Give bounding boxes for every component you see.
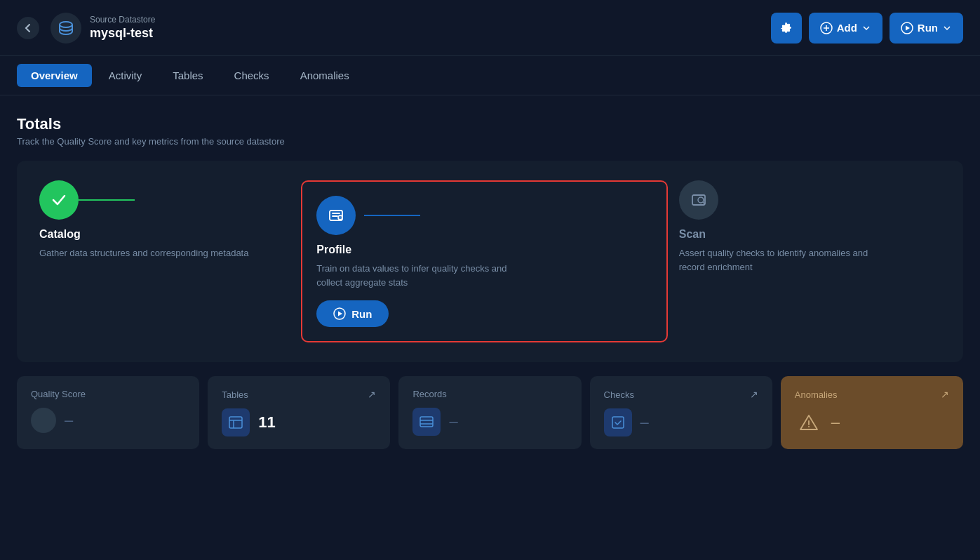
datastore-type: Source Datastore	[90, 15, 771, 25]
svg-rect-10	[229, 417, 242, 428]
quality-score-label: Quality Score	[31, 389, 185, 399]
checks-arrow-icon: ↗	[750, 389, 758, 400]
svg-rect-11	[420, 417, 433, 427]
checks-icon-box	[604, 408, 632, 436]
nav-tabs: Overview Activity Tables Checks Anomalie…	[0, 56, 980, 95]
metric-quality-score: Quality Score –	[17, 376, 199, 449]
svg-point-13	[808, 426, 810, 427]
records-value-row: –	[412, 408, 567, 436]
metric-checks: Checks ↗ –	[590, 376, 772, 449]
profile-run-button[interactable]: Run	[316, 300, 389, 327]
run-button-header[interactable]: Run	[890, 13, 963, 44]
scan-name: Scan	[679, 228, 941, 241]
catalog-step: Catalog Gather data structures and corre…	[39, 180, 301, 260]
anomalies-arrow-icon: ↗	[941, 389, 949, 400]
scan-step: Scan Assert quality checks to identify a…	[679, 180, 941, 274]
records-label: Records	[412, 389, 567, 399]
catalog-desc: Gather data structures and corresponding…	[39, 246, 250, 260]
profile-step-highlighted: Profile Train on data values to infer qu…	[301, 180, 668, 342]
tab-checks[interactable]: Checks	[220, 64, 283, 87]
catalog-content: Catalog Gather data structures and corre…	[39, 180, 301, 260]
checks-label: Checks ↗	[604, 389, 758, 400]
profile-name: Profile	[316, 244, 652, 256]
run-label: Run	[918, 22, 938, 34]
profile-step-container: Profile Train on data values to infer qu…	[301, 180, 668, 342]
header: Source Datastore mysql-test Add Ru	[0, 0, 980, 56]
tab-anomalies[interactable]: Anomalies	[286, 64, 363, 87]
records-icon-box	[412, 408, 441, 436]
anomalies-value: –	[831, 413, 840, 432]
datastore-info: Source Datastore mysql-test	[90, 15, 771, 41]
metric-anomalies: Anomalies ↗ –	[781, 376, 963, 449]
connector-catalog-profile	[79, 199, 135, 201]
svg-rect-12	[612, 417, 624, 428]
connector-profile-scan	[364, 215, 420, 216]
main-content: Totals Track the Quality Score and key m…	[0, 95, 980, 560]
checks-value: –	[640, 413, 649, 432]
scan-icon	[679, 180, 718, 220]
metric-records: Records –	[398, 376, 581, 449]
tab-tables[interactable]: Tables	[159, 64, 217, 87]
anomalies-label: Anomalies ↗	[795, 389, 949, 400]
svg-marker-3	[906, 25, 910, 30]
checks-value-row: –	[604, 408, 758, 436]
add-label: Add	[837, 22, 857, 34]
tables-arrow-icon: ↗	[368, 389, 376, 400]
metric-tables: Tables ↗ 11	[208, 376, 390, 449]
quality-score-value: –	[65, 411, 73, 429]
profile-desc: Train on data values to infer quality ch…	[316, 262, 527, 289]
datastore-icon	[51, 13, 81, 44]
pipeline-card: Catalog Gather data structures and corre…	[17, 161, 963, 362]
anomalies-icon-box	[795, 408, 823, 436]
profile-icon	[316, 196, 356, 235]
tab-overview[interactable]: Overview	[17, 64, 92, 87]
catalog-icon	[39, 180, 79, 220]
tables-icon-box	[222, 408, 250, 436]
catalog-name: Catalog	[39, 228, 301, 241]
add-button[interactable]: Add	[809, 13, 882, 44]
scan-desc: Assert quality checks to identify anomal…	[679, 246, 890, 274]
records-value: –	[449, 413, 457, 431]
tables-label: Tables ↗	[222, 389, 376, 400]
quality-score-circle	[31, 408, 56, 433]
back-button[interactable]	[17, 17, 39, 39]
header-actions: Add Run	[771, 13, 963, 44]
svg-point-5	[338, 215, 342, 220]
datastore-name: mysql-test	[90, 26, 771, 41]
svg-point-0	[60, 22, 72, 27]
anomalies-value-row: –	[795, 408, 949, 436]
quality-score-value-row: –	[31, 408, 185, 433]
tables-value-row: 11	[222, 408, 376, 436]
section-subtitle: Track the Quality Score and key metrics …	[17, 136, 963, 147]
pipeline-layout: Catalog Gather data structures and corre…	[39, 180, 941, 342]
tab-activity[interactable]: Activity	[95, 64, 156, 87]
section-title: Totals	[17, 115, 963, 133]
tables-value: 11	[258, 413, 275, 432]
scan-content: Scan Assert quality checks to identify a…	[679, 180, 941, 274]
svg-marker-7	[338, 312, 342, 316]
metrics-row: Quality Score – Tables ↗ 11	[17, 376, 963, 449]
profile-run-label: Run	[351, 308, 372, 320]
settings-button[interactable]	[771, 13, 802, 44]
